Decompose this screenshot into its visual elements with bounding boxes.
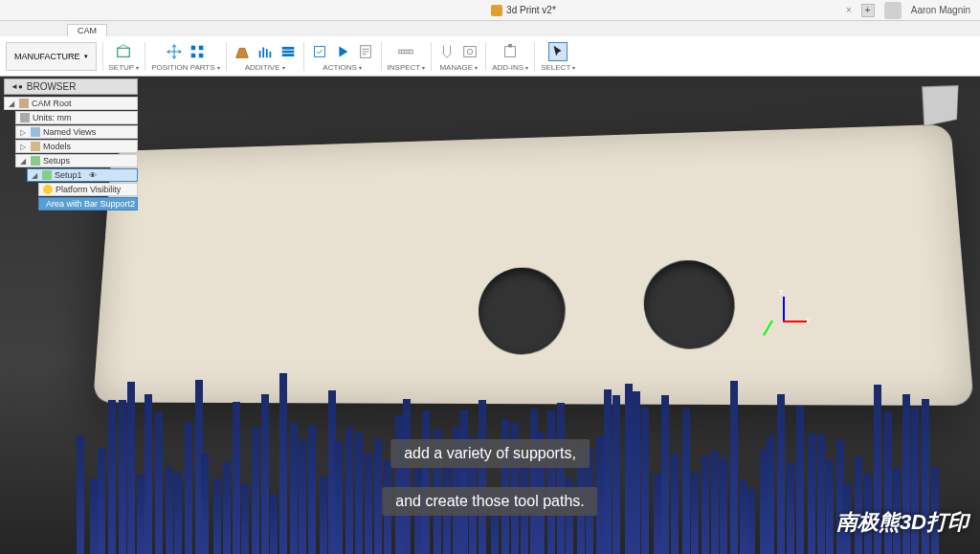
caption-line-2: and create those tool paths. bbox=[382, 487, 597, 516]
tree-platform-visibility[interactable]: Platform Visibility bbox=[38, 183, 138, 196]
addins-icon[interactable] bbox=[501, 42, 520, 61]
position-arrange-icon[interactable] bbox=[188, 42, 207, 61]
svg-point-10 bbox=[468, 49, 473, 54]
axis-gizmo[interactable]: z x bbox=[760, 297, 808, 344]
svg-rect-2 bbox=[199, 46, 204, 51]
svg-rect-0 bbox=[118, 48, 130, 56]
browser-title: BROWSER bbox=[27, 81, 77, 92]
svg-rect-12 bbox=[508, 44, 512, 48]
svg-marker-6 bbox=[339, 47, 347, 57]
group-setup: SETUP bbox=[109, 40, 140, 72]
position-label[interactable]: POSITION PARTS bbox=[151, 63, 219, 72]
group-inspect: INSPECT bbox=[388, 40, 426, 72]
additive-build-icon[interactable] bbox=[233, 42, 252, 61]
axis-z-label: z bbox=[779, 287, 784, 297]
group-position: POSITION PARTS bbox=[151, 40, 219, 72]
svg-rect-1 bbox=[191, 46, 196, 51]
divider bbox=[102, 42, 103, 71]
viewport-3d[interactable]: z x bbox=[0, 77, 980, 554]
lightbulb-icon bbox=[43, 185, 53, 194]
tree-area-bar-support[interactable]: Area with Bar Support2 bbox=[38, 197, 138, 211]
divider bbox=[381, 42, 382, 71]
actions-post-icon[interactable] bbox=[356, 42, 375, 61]
tree-named-views[interactable]: ▷ Named Views bbox=[15, 125, 138, 139]
divider bbox=[145, 42, 145, 71]
inspect-label[interactable]: INSPECT bbox=[388, 63, 426, 72]
svg-rect-5 bbox=[314, 47, 324, 57]
model-part bbox=[93, 124, 974, 406]
tree-setups[interactable]: ◢ Setups bbox=[15, 154, 138, 167]
user-name[interactable]: Aaron Magnin bbox=[911, 5, 970, 15]
inspect-measure-icon[interactable] bbox=[396, 42, 415, 61]
additive-label[interactable]: ADDITIVE bbox=[245, 63, 285, 72]
svg-rect-3 bbox=[191, 54, 196, 58]
svg-rect-8 bbox=[399, 50, 412, 54]
manage-label[interactable]: MANAGE bbox=[439, 63, 478, 72]
tree-setup1[interactable]: ◢ Setup1 👁 bbox=[27, 168, 138, 182]
setups-icon bbox=[31, 156, 40, 166]
axis-x-label: x bbox=[806, 316, 811, 325]
divider bbox=[226, 42, 227, 71]
svg-rect-4 bbox=[199, 54, 204, 58]
models-icon bbox=[31, 142, 40, 151]
document-title-area: 3d Print v2* bbox=[491, 5, 556, 16]
actions-simulate-icon[interactable] bbox=[333, 42, 352, 61]
ruler-icon bbox=[20, 113, 30, 122]
divider bbox=[431, 42, 432, 71]
actions-label[interactable]: ACTIONS bbox=[323, 63, 362, 72]
svg-rect-11 bbox=[505, 47, 516, 57]
manage-tool-icon[interactable] bbox=[437, 42, 457, 61]
additive-layers-icon[interactable] bbox=[278, 42, 298, 61]
tree-root[interactable]: ◢ CAM Root bbox=[4, 97, 138, 110]
cam-root-icon bbox=[19, 99, 29, 108]
group-additive: ADDITIVE bbox=[233, 40, 298, 72]
tab-row: CAM bbox=[0, 21, 980, 36]
document-title: 3d Print v2* bbox=[506, 5, 556, 15]
divider bbox=[303, 42, 304, 71]
view-cube[interactable] bbox=[922, 85, 959, 126]
group-addins: ADD-INS bbox=[492, 40, 528, 72]
notification-icon[interactable] bbox=[884, 2, 902, 19]
model-hole bbox=[479, 267, 566, 355]
new-tab-button[interactable]: + bbox=[861, 4, 875, 17]
setup-icon[interactable] bbox=[114, 42, 133, 61]
support-structures bbox=[77, 383, 938, 554]
browser-panel: ◄● BROWSER ◢ CAM Root Units: mm ▷ Named … bbox=[4, 78, 138, 211]
group-select: SELECT bbox=[541, 40, 575, 72]
setup-label[interactable]: SETUP bbox=[109, 63, 140, 72]
select-icon[interactable] bbox=[548, 42, 568, 61]
divider bbox=[534, 42, 535, 71]
position-move-icon[interactable] bbox=[165, 42, 184, 61]
doc-icon bbox=[491, 5, 502, 16]
model-hole bbox=[643, 259, 737, 348]
setup-node-icon bbox=[42, 170, 52, 180]
tree-units[interactable]: Units: mm bbox=[15, 111, 138, 124]
svg-rect-9 bbox=[464, 47, 477, 57]
manage-library-icon[interactable] bbox=[460, 42, 479, 61]
title-bar: 3d Print v2* × + Aaron Magnin bbox=[0, 0, 980, 21]
divider bbox=[485, 42, 486, 71]
group-manage: MANAGE bbox=[437, 40, 479, 72]
tree-models[interactable]: ▷ Models bbox=[15, 140, 138, 153]
additive-support-icon[interactable] bbox=[256, 42, 275, 61]
tab-close-icon[interactable]: × bbox=[846, 5, 852, 15]
tab-cam[interactable]: CAM bbox=[67, 24, 107, 36]
group-actions: ACTIONS bbox=[310, 40, 375, 72]
browser-header[interactable]: ◄● BROWSER bbox=[4, 78, 138, 95]
workspace-label: MANUFACTURE bbox=[14, 52, 80, 61]
watermark: 南极熊3D打印 bbox=[836, 508, 969, 537]
addins-label[interactable]: ADD-INS bbox=[492, 63, 528, 72]
select-label[interactable]: SELECT bbox=[541, 63, 575, 72]
ribbon-toolbar: MANUFACTURE ▾ SETUP POSITION PARTS ADDIT… bbox=[0, 36, 980, 77]
caption-line-1: add a variety of supports, bbox=[390, 439, 590, 468]
workspace-switcher[interactable]: MANUFACTURE ▾ bbox=[6, 42, 97, 71]
visibility-icon[interactable]: 👁 bbox=[89, 171, 97, 180]
views-icon bbox=[31, 127, 40, 137]
actions-generate-icon[interactable] bbox=[310, 42, 329, 61]
